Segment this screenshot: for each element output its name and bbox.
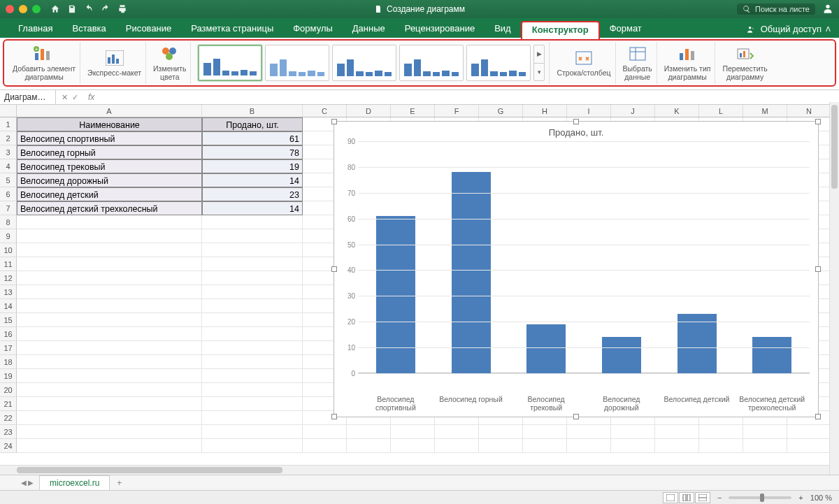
cell[interactable] — [17, 369, 202, 383]
chart-title[interactable]: Продано, шт. — [334, 122, 818, 141]
cell[interactable] — [202, 313, 303, 327]
cell[interactable] — [391, 425, 435, 439]
move-chart-button[interactable]: Переместить диаграмму — [718, 42, 771, 84]
cell[interactable] — [479, 425, 523, 439]
row-header[interactable]: 12 — [0, 271, 17, 285]
cell[interactable] — [202, 397, 303, 411]
cell[interactable]: 78 — [202, 145, 303, 159]
resize-handle[interactable] — [331, 414, 337, 419]
col-header-e[interactable]: E — [391, 105, 435, 117]
chart-bar[interactable] — [376, 216, 415, 373]
tab-formulas[interactable]: Формулы — [283, 20, 343, 38]
cell[interactable]: Велосипед спортивный — [17, 131, 202, 145]
tab-design[interactable]: Конструктор — [521, 21, 600, 39]
cell[interactable]: Велосипед детский трехколесный — [17, 201, 202, 215]
cell[interactable] — [17, 397, 202, 411]
row-header[interactable]: 15 — [0, 313, 17, 327]
cell[interactable] — [17, 299, 202, 313]
cell[interactable] — [202, 215, 303, 229]
cell[interactable] — [17, 257, 202, 271]
cell[interactable] — [17, 425, 202, 439]
change-colors-button[interactable]: Изменить цвета — [149, 42, 191, 84]
resize-handle[interactable] — [573, 119, 579, 124]
row-header[interactable]: 20 — [0, 383, 17, 397]
collapse-ribbon-icon[interactable]: ᐱ — [826, 25, 831, 33]
cell[interactable]: 14 — [202, 173, 303, 187]
cell[interactable] — [787, 439, 831, 453]
resize-handle[interactable] — [331, 266, 337, 272]
chart-style-4[interactable] — [399, 45, 464, 81]
normal-view-button[interactable] — [663, 492, 678, 503]
col-header-f[interactable]: F — [435, 105, 479, 117]
row-header[interactable]: 16 — [0, 327, 17, 341]
cell[interactable] — [202, 341, 303, 355]
row-header[interactable]: 1 — [0, 117, 17, 131]
row-header[interactable]: 7 — [0, 201, 17, 215]
cell[interactable]: 19 — [202, 159, 303, 173]
sheet-nav-prev-icon[interactable]: ◀ — [21, 479, 27, 487]
cell[interactable] — [202, 257, 303, 271]
cell[interactable] — [17, 271, 202, 285]
chart-bar[interactable] — [452, 172, 491, 373]
cell[interactable] — [202, 369, 303, 383]
col-header-g[interactable]: G — [479, 105, 523, 117]
cell[interactable] — [743, 425, 787, 439]
row-header[interactable]: 24 — [0, 439, 17, 453]
cell[interactable] — [202, 355, 303, 369]
cell[interactable] — [523, 425, 567, 439]
vertical-scrollbar[interactable] — [829, 102, 839, 475]
row-header[interactable]: 18 — [0, 355, 17, 369]
select-data-button[interactable]: Выбрать данные — [619, 42, 657, 84]
cell[interactable] — [567, 425, 611, 439]
page-break-button[interactable] — [695, 492, 710, 503]
resize-handle[interactable] — [815, 414, 821, 419]
row-header[interactable]: 13 — [0, 285, 17, 299]
row-header[interactable]: 4 — [0, 159, 17, 173]
redo-icon[interactable] — [101, 4, 110, 14]
confirm-formula-icon[interactable]: ✓ — [72, 93, 78, 102]
cell[interactable]: 14 — [202, 201, 303, 215]
close-window[interactable] — [6, 5, 14, 13]
cell[interactable] — [479, 439, 523, 453]
col-header-h[interactable]: H — [523, 105, 567, 117]
col-header-j[interactable]: J — [611, 105, 655, 117]
row-header[interactable]: 11 — [0, 257, 17, 271]
undo-icon[interactable] — [84, 4, 94, 14]
chart-bar[interactable] — [526, 324, 566, 373]
chevron-down-icon[interactable]: ▾ — [534, 64, 544, 81]
resize-handle[interactable] — [815, 266, 821, 272]
cell[interactable] — [303, 425, 347, 439]
cancel-formula-icon[interactable]: ✕ — [62, 93, 68, 102]
add-sheet-button[interactable]: + — [110, 476, 129, 490]
col-header-i[interactable]: I — [567, 105, 611, 117]
cell[interactable] — [611, 425, 655, 439]
style-gallery-nav[interactable]: ▶▾ — [533, 45, 545, 81]
cell[interactable]: Велосипед трековый — [17, 159, 202, 173]
cell[interactable] — [787, 425, 831, 439]
chart-style-1[interactable] — [198, 45, 262, 81]
tab-review[interactable]: Рецензирование — [395, 20, 485, 38]
cell[interactable]: Велосипед детский — [17, 187, 202, 201]
cell[interactable] — [523, 439, 567, 453]
user-menu[interactable] — [822, 3, 833, 16]
cell[interactable] — [202, 299, 303, 313]
cell[interactable] — [17, 355, 202, 369]
chart-bar[interactable] — [602, 337, 641, 373]
share-button[interactable]: Общий доступ — [761, 24, 822, 34]
cell[interactable]: Велосипед дорожный — [17, 173, 202, 187]
add-chart-element-button[interactable]: + Добавить элемент диаграммы — [8, 42, 80, 84]
tab-format[interactable]: Формат — [600, 20, 652, 38]
quick-layout-button[interactable]: Экспресс-макет — [83, 42, 146, 84]
cell[interactable] — [347, 425, 391, 439]
horizontal-scrollbar[interactable] — [0, 465, 829, 475]
cell[interactable] — [303, 439, 347, 453]
zoom-level[interactable]: 100 % — [810, 494, 832, 502]
cell[interactable] — [202, 439, 303, 453]
col-header-c[interactable]: C — [303, 105, 347, 117]
print-icon[interactable] — [117, 4, 127, 14]
row-header[interactable]: 2 — [0, 131, 17, 145]
cell[interactable] — [17, 411, 202, 425]
cell[interactable] — [202, 229, 303, 243]
save-icon[interactable] — [67, 4, 77, 14]
row-header[interactable]: 6 — [0, 187, 17, 201]
